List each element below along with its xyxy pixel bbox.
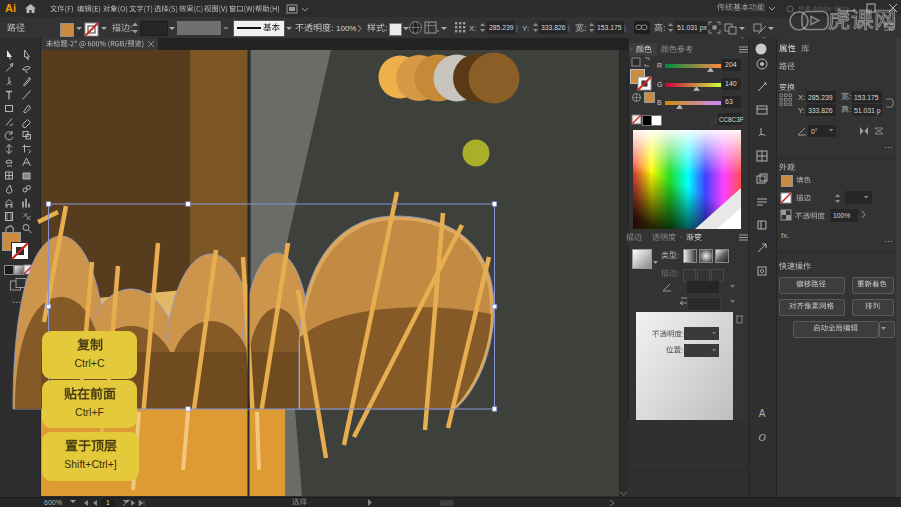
svg-text:O: O	[758, 432, 765, 443]
svg-text:A: A	[759, 408, 766, 419]
